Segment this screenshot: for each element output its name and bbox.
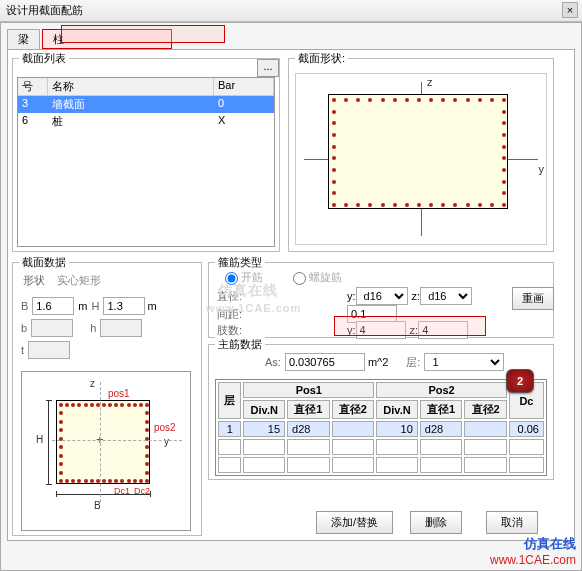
B-label: B — [21, 300, 28, 312]
main-rebar-group: 主筋数据 As: m^2 层: 1 层 Pos1 Pos2 Dc Div.N 直… — [208, 344, 554, 480]
shape-label: 形状 — [23, 273, 45, 288]
mini-z: z — [90, 378, 95, 389]
window-title: 设计用截面配筋 — [6, 3, 83, 18]
redraw-button[interactable]: 重画 — [512, 287, 554, 310]
rebar-row[interactable]: 1 15 d28 10 d28 0.06 — [218, 421, 544, 437]
section-list-table: 号 名称 Bar 3 墙截面 0 6 桩 X — [17, 77, 275, 247]
as-label: As: — [265, 356, 281, 368]
as-unit: m^2 — [368, 356, 388, 368]
shape-value: 实心矩形 — [57, 273, 101, 288]
mini-y: y — [164, 436, 169, 447]
radio-spiral-label: 螺旋筋 — [309, 270, 342, 285]
legs-z-input[interactable] — [418, 321, 468, 339]
H-label: H — [92, 300, 100, 312]
dia-y-label: y: — [347, 290, 356, 302]
b-input — [31, 319, 73, 337]
section-list-group: 截面列表 ... 号 名称 Bar 3 墙截面 0 6 桩 X — [12, 58, 280, 252]
mini-pos1: pos1 — [108, 388, 130, 399]
spacing-label: 间距: — [217, 307, 257, 322]
h-input — [100, 319, 142, 337]
th-p1-d1: 直径1 — [287, 400, 330, 419]
dia-z-label: z: — [412, 290, 421, 302]
th-p2-d1: 直径1 — [420, 400, 463, 419]
rebar-table: 层 Pos1 Pos2 Dc Div.N 直径1 直径2 Div.N 直径1 直… — [215, 379, 547, 476]
col-name-header: 名称 — [48, 78, 214, 95]
legs-y-input[interactable] — [356, 321, 406, 339]
dia-y-select[interactable]: d16 — [356, 287, 408, 305]
th-p2-divn: Div.N — [376, 400, 418, 419]
axis-y-label: y — [539, 163, 545, 175]
legs-y-label: y: — [347, 324, 356, 336]
main-rebar-label: 主筋数据 — [215, 337, 265, 352]
h-label: h — [90, 322, 96, 334]
dia-z-select[interactable]: d16 — [420, 287, 472, 305]
H-input[interactable] — [103, 297, 145, 315]
floor-select[interactable]: 1 — [424, 353, 504, 371]
add-replace-button[interactable]: 添加/替换 — [316, 511, 393, 534]
radio-open-label: 开筋 — [241, 270, 263, 285]
watermark-cn: 仿真在线 — [490, 535, 576, 553]
th-pos2: Pos2 — [376, 382, 507, 398]
legs-z-label: z: — [410, 324, 419, 336]
unit-m: m — [78, 300, 87, 312]
B-input[interactable] — [32, 297, 74, 315]
section-list-row[interactable]: 3 墙截面 0 — [18, 96, 274, 113]
cancel-button[interactable]: 取消 — [486, 511, 538, 534]
dialog-body: 梁 柱 1 截面列表 ... 号 名称 Bar 3 墙截面 0 6 — [0, 22, 582, 571]
floor-label: 层: — [406, 355, 420, 370]
titlebar: 设计用截面配筋 × — [0, 0, 582, 22]
section-data-label: 截面数据 — [19, 255, 69, 270]
stirrup-group: 箍筋类型 开筋 螺旋筋 直径: y: d16 z: d16 间距: 肢数: y: — [208, 262, 554, 338]
section-data-group: 截面数据 形状 实心矩形 B m H m b m h t — [12, 262, 202, 536]
as-input[interactable] — [285, 353, 365, 371]
dia-label: 直径: — [217, 289, 257, 304]
watermark: 仿真在线 www.1CAE.com — [490, 535, 576, 567]
th-p2-d2: 直径2 — [464, 400, 507, 419]
col-num-header: 号 — [18, 78, 48, 95]
section-shape-canvas: z y — [295, 73, 547, 245]
radio-spiral[interactable] — [293, 272, 306, 285]
th-layer: 层 — [218, 382, 241, 419]
delete-button[interactable]: 删除 — [410, 511, 462, 534]
mini-H: H — [36, 434, 43, 445]
tab-panel: 截面列表 ... 号 名称 Bar 3 墙截面 0 6 桩 X — [7, 49, 575, 541]
b-label: b — [21, 322, 27, 334]
stirrup-label: 箍筋类型 — [215, 255, 265, 270]
th-p1-d2: 直径2 — [332, 400, 375, 419]
t-input — [28, 341, 70, 359]
mini-pos2: pos2 — [154, 422, 176, 433]
tab-beam[interactable]: 梁 — [7, 29, 40, 49]
unit-m2: m — [147, 300, 156, 312]
tab-strip: 梁 柱 — [7, 29, 575, 49]
close-button[interactable]: × — [562, 2, 578, 18]
section-list-label: 截面列表 — [19, 51, 69, 66]
section-list-header: 号 名称 Bar — [18, 78, 274, 96]
th-p1-divn: Div.N — [243, 400, 285, 419]
legs-label: 肢数: — [217, 323, 257, 338]
section-rectangle — [328, 94, 508, 209]
th-pos1: Pos1 — [243, 382, 374, 398]
tab-column[interactable]: 柱 — [42, 29, 172, 49]
section-shape-label: 截面形状: — [295, 51, 348, 66]
badge-2: 2 — [506, 369, 534, 393]
watermark-url: www.1CAE.com — [490, 553, 576, 567]
section-list-more-button[interactable]: ... — [257, 59, 279, 77]
section-shape-group: 截面形状: z y — [288, 58, 554, 252]
t-label: t — [21, 344, 24, 356]
section-list-row[interactable]: 6 桩 X — [18, 113, 274, 130]
axis-z-label: z — [427, 76, 433, 88]
col-bar-header: Bar — [214, 78, 274, 95]
radio-open[interactable] — [225, 272, 238, 285]
mini-diagram: z pos1 pos2 y H B Dc1 Dc2 + — [21, 371, 191, 531]
